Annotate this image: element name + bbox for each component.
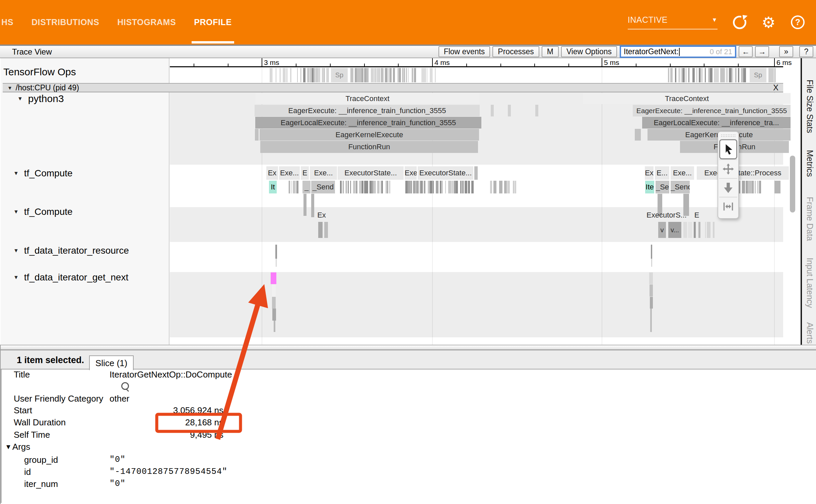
help-icon[interactable]: ? <box>791 15 805 29</box>
trace-span[interactable]: Exe <box>405 166 417 180</box>
find-input[interactable]: IteratorGetNext: 0 of 21 <box>620 46 736 58</box>
sidebar-tab-metrics[interactable]: Metrics <box>805 150 815 177</box>
trace-span[interactable] <box>774 181 780 193</box>
header-tab-profile[interactable]: PROFILE <box>185 0 241 45</box>
track-group-python3[interactable]: ▼python3 <box>17 93 64 104</box>
trace-span[interactable]: Exe... <box>671 166 694 180</box>
pan-tool-icon[interactable] <box>719 159 737 178</box>
track-group-tf_data_iterator_get_next[interactable]: ▼tf_data_iterator_get_next <box>13 272 128 283</box>
header-tab-distributions[interactable]: DISTRIBUTIONS <box>22 0 108 45</box>
collapse-triangle-icon[interactable]: ▼ <box>13 248 19 254</box>
sidebar-tab-alerts[interactable]: Alerts <box>805 322 815 344</box>
trace-span[interactable]: EagerKernelExecute <box>260 129 479 141</box>
trace-span[interactable]: ExecutorState... <box>418 166 473 180</box>
trace-span[interactable]: TraceContext <box>255 93 480 104</box>
header-tab-hs[interactable]: HS <box>0 0 22 45</box>
toolbar-button-m[interactable]: M <box>542 46 559 57</box>
trace-span[interactable] <box>276 259 277 267</box>
collapse-triangle-icon[interactable]: ▼ <box>17 96 23 102</box>
trace-span[interactable] <box>650 309 652 332</box>
trace-span[interactable] <box>651 259 652 267</box>
trace-span[interactable] <box>255 129 259 141</box>
trace-span[interactable]: Ite <box>645 181 654 193</box>
trace-span[interactable]: E <box>690 210 703 221</box>
close-icon[interactable]: X <box>773 83 778 92</box>
trace-span[interactable] <box>272 309 276 321</box>
trace-span[interactable] <box>272 284 276 297</box>
trace-span[interactable]: FunctionRun <box>260 141 478 153</box>
trace-span[interactable] <box>688 222 692 238</box>
trace-span[interactable] <box>649 272 653 284</box>
collapse-triangle-icon[interactable]: ▼ <box>13 209 19 215</box>
find-nav-button-1[interactable]: → <box>755 46 769 57</box>
trace-span[interactable]: ExecutorState... <box>338 166 404 180</box>
timing-tool-icon[interactable] <box>719 197 737 216</box>
sidebar-tab-file-size-stats[interactable]: File Size Stats <box>805 80 815 133</box>
trace-span[interactable] <box>272 297 276 309</box>
trace-span[interactable]: Exe... <box>279 166 300 180</box>
trace-span[interactable]: Exe... <box>310 166 337 180</box>
trace-span[interactable] <box>274 321 275 332</box>
trace-span[interactable]: TraceContext <box>583 93 791 104</box>
trace-span[interactable] <box>303 194 307 216</box>
panel-splitter[interactable] <box>1 345 816 350</box>
trace-span[interactable] <box>683 222 687 238</box>
trace-span[interactable]: EagerLocalExecute: __inference_train_fun… <box>255 117 481 129</box>
trace-span[interactable] <box>650 284 653 297</box>
trace-span[interactable] <box>694 222 696 238</box>
tab-slice[interactable]: Slice (1) <box>89 355 134 370</box>
find-nav-button-2[interactable]: » <box>779 46 793 57</box>
trace-span[interactable] <box>474 166 478 180</box>
trace-span[interactable]: v <box>658 222 666 238</box>
select-tool-icon[interactable] <box>719 139 737 159</box>
trace-span[interactable] <box>508 105 511 116</box>
track-group-tf_data_iterator_resource[interactable]: ▼tf_data_iterator_resource <box>13 245 129 256</box>
trace-span[interactable] <box>650 297 653 309</box>
sidebar-tab-frame-data[interactable]: Frame Data <box>805 197 815 241</box>
trace-span[interactable] <box>275 245 277 259</box>
trace-span[interactable]: _Send <box>311 181 335 193</box>
trace-span[interactable] <box>635 129 641 141</box>
trace-span[interactable]: Sp <box>331 68 348 82</box>
trace-span[interactable]: ExecutorS... <box>636 210 697 221</box>
trace-span[interactable]: ExecutorState::Process <box>697 166 789 180</box>
trace-span[interactable]: _ <box>302 181 311 193</box>
magnifier-icon[interactable] <box>121 382 129 390</box>
trace-span[interactable]: It <box>269 181 277 193</box>
track-group-tf_Compute[interactable]: ▼tf_Compute <box>13 206 73 217</box>
zoom-tool-icon[interactable] <box>719 178 737 197</box>
trace-span[interactable]: Ex <box>266 166 278 180</box>
trace-span[interactable] <box>271 272 276 284</box>
trace-span[interactable] <box>324 222 328 238</box>
find-nav-button-0[interactable]: ← <box>739 46 753 57</box>
trace-span[interactable]: Ex <box>308 210 335 221</box>
trace-span[interactable]: E <box>301 166 309 180</box>
trace-span[interactable]: E... <box>655 166 669 180</box>
trace-span[interactable] <box>698 222 700 238</box>
trace-span[interactable]: _Send <box>671 181 690 193</box>
args-header[interactable]: ▼Args <box>5 442 30 452</box>
collapse-triangle-icon[interactable]: ▼ <box>7 85 12 91</box>
trace-span[interactable] <box>318 222 323 238</box>
vertical-scrollbar[interactable] <box>790 156 795 213</box>
header-tab-histograms[interactable]: HISTOGRAMS <box>108 0 185 45</box>
palette-drag-handle[interactable] <box>721 134 735 138</box>
find-nav-button-3[interactable]: ? <box>799 46 813 57</box>
collapse-triangle-icon[interactable]: ▼ <box>13 170 19 176</box>
trace-span[interactable]: EagerExecute: __inference_train_function… <box>633 105 791 116</box>
trace-span[interactable]: Ex <box>645 166 654 180</box>
trace-span[interactable]: _Se <box>656 181 669 193</box>
toolbar-button-view-options[interactable]: View Options <box>561 46 617 57</box>
trace-span[interactable]: EagerLocalExecute: __inference_tra... <box>642 117 791 129</box>
trace-span[interactable] <box>535 105 538 116</box>
toolbar-button-processes[interactable]: Processes <box>492 46 539 57</box>
trace-span[interactable] <box>491 105 494 116</box>
trace-span[interactable]: EagerExecute: __inference_train_function… <box>255 105 480 116</box>
run-selector[interactable]: INACTIVE ▼ <box>628 15 718 29</box>
refresh-icon[interactable] <box>733 16 746 29</box>
process-header-bar[interactable]: ▼ /host:CPU (pid 49) X <box>3 83 783 92</box>
collapse-triangle-icon[interactable]: ▼ <box>13 274 19 280</box>
toolbar-button-flow-events[interactable]: Flow events <box>438 46 490 57</box>
track-group-tf_Compute[interactable]: ▼tf_Compute <box>13 168 73 179</box>
sidebar-tab-input-latency[interactable]: Input Latency <box>805 258 815 308</box>
